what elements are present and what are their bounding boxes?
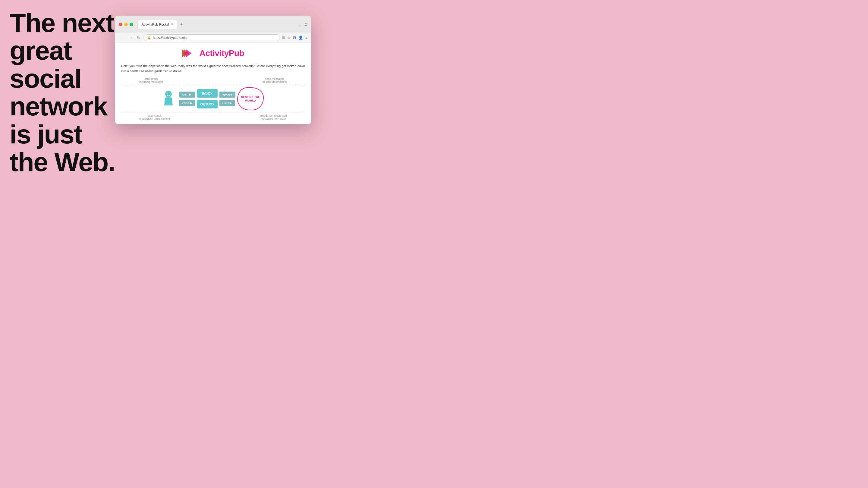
logo-activity: Activity <box>199 48 229 58</box>
headline-line-2: great <box>10 37 118 64</box>
close-button[interactable] <box>119 23 122 26</box>
post-federation-arrow: ◀ POST <box>219 92 236 98</box>
diagram-bottom-labels: actor sendsmessages / posts content outs… <box>121 114 305 120</box>
left-arrows: GET ▶ | POST ▶ <box>179 92 195 106</box>
window-minimize-icon[interactable]: ⌄ <box>299 22 301 27</box>
label-outside-world: outside world can readmessages from acto… <box>259 114 287 120</box>
inbox-outbox: INBOX OUTBOX <box>197 89 217 108</box>
outbox-box: OUTBOX <box>197 100 217 108</box>
browser-window: ActivityPub Rocks! ✕ + ⌄ ⊡ ← → ↻ 🔒 https… <box>115 16 311 124</box>
ap-logo-text: ActivityPub <box>199 48 244 58</box>
nav-bar: ← → ↻ 🔒 https://activitypub.rocks ⊞ ☆ ⊡ … <box>115 33 311 42</box>
label-actor-reads: actor readsincoming messages <box>139 77 163 84</box>
back-button[interactable]: ← <box>119 35 125 41</box>
get-incoming-arrow: GET ▶ | <box>179 92 195 98</box>
browser-chrome: ActivityPub Rocks! ✕ + ⌄ ⊡ <box>115 16 311 33</box>
actor-svg <box>162 90 175 107</box>
page-content: ActivityPub Don't you miss the days when… <box>115 42 311 124</box>
headline-line-4: is just <box>10 121 118 148</box>
label-actor-sends: actor sendsmessages / posts content <box>139 114 170 120</box>
toolbar-icons: ⊞ ☆ ⊡ 👤 ≡ <box>282 36 307 40</box>
right-arrows: ◀ POST | GET ▶ <box>219 92 236 106</box>
ap-logo: ActivityPub <box>121 47 305 59</box>
traffic-lights <box>119 23 133 26</box>
extensions-icon[interactable]: ⊡ <box>293 36 296 40</box>
browser-tab[interactable]: ActivityPub Rocks! ✕ <box>138 20 177 29</box>
svg-point-6 <box>167 93 167 94</box>
tab-bar: ActivityPub Rocks! ✕ + <box>138 20 184 29</box>
address-bar[interactable]: 🔒 https://activitypub.rocks <box>144 34 280 41</box>
intro-paragraph: Don't you miss the days when the web rea… <box>121 64 305 74</box>
profile-icon[interactable]: 👤 <box>299 36 303 40</box>
tab-close-icon[interactable]: ✕ <box>171 23 173 26</box>
svg-point-7 <box>169 93 170 94</box>
tab-title: ActivityPub Rocks! <box>142 23 169 26</box>
lock-icon: 🔒 <box>147 36 151 39</box>
maximize-button[interactable] <box>130 23 133 26</box>
url-text: https://activitypub.rocks <box>153 36 187 39</box>
post-outgoing-arrow: POST ▶ <box>179 100 195 106</box>
diagram-main: GET ▶ | POST ▶ INBOX OUTBOX <box>121 85 305 113</box>
get-federation-arrow: | GET ▶ <box>219 100 235 106</box>
actor-figure <box>162 90 175 107</box>
svg-marker-2 <box>186 50 191 58</box>
headline-line-5: the Web. <box>10 148 118 176</box>
new-tab-button[interactable]: + <box>178 22 184 27</box>
diagram-top-labels: actor readsincoming messages send messag… <box>121 77 305 84</box>
headline: The next great social network is just th… <box>10 9 118 176</box>
reload-button[interactable]: ↻ <box>135 35 142 41</box>
window-fullscreen-icon[interactable]: ⊡ <box>304 22 307 27</box>
svg-point-3 <box>165 91 172 97</box>
minimize-button[interactable] <box>124 23 128 26</box>
menu-icon[interactable]: ≡ <box>305 36 307 40</box>
reader-view-icon[interactable]: ⊞ <box>282 36 285 40</box>
inbox-box: INBOX <box>197 89 217 98</box>
headline-line-1: The next <box>10 9 118 37</box>
rest-of-world: REST OF THEWORLD <box>237 87 264 110</box>
label-send-messages: send messagesto actor (federation!) <box>262 77 287 84</box>
logo-pub: Pub <box>229 48 244 58</box>
bookmarks-icon[interactable]: ☆ <box>287 36 290 40</box>
federation-diagram: actor readsincoming messages send messag… <box>121 77 305 120</box>
left-panel: The next great social network is just th… <box>10 9 118 176</box>
forward-button[interactable]: → <box>127 35 134 41</box>
headline-line-3: social network <box>10 65 118 121</box>
ap-logo-svg <box>182 47 197 59</box>
